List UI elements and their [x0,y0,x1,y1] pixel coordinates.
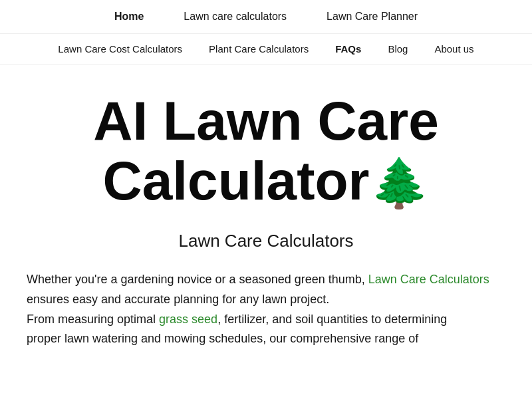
primary-navigation: Home Lawn care calculators Lawn Care Pla… [0,0,532,34]
hero-title-line1: AI Lawn Care [93,90,438,151]
description-line2-end: , fertilizer, and soil quantities to det… [217,313,447,326]
link-lawn-care-calculators[interactable]: Lawn Care Calculators [368,273,489,286]
nav-home[interactable]: Home [114,11,144,23]
hero-title-line2: Calculator [103,150,370,211]
main-content: AI Lawn Care Calculator🌲 Lawn Care Calcu… [0,65,532,362]
hero-title: AI Lawn Care Calculator🌲 [27,91,505,211]
nav-faqs[interactable]: FAQs [335,43,361,55]
nav-cost-calculators[interactable]: Lawn Care Cost Calculators [58,43,182,55]
description-line2-start: From measuring optimal [27,313,159,326]
tree-emoji: 🌲 [370,156,430,209]
nav-about-us[interactable]: About us [434,43,473,55]
nav-lawn-care-planner[interactable]: Lawn Care Planner [327,11,418,23]
nav-blog[interactable]: Blog [388,43,408,55]
secondary-navigation: Lawn Care Cost Calculators Plant Care Ca… [0,34,532,65]
description-line3: proper lawn watering and mowing schedule… [27,332,418,345]
link-grass-seed[interactable]: grass seed [159,313,217,326]
nav-plant-care[interactable]: Plant Care Calculators [209,43,309,55]
hero-subtitle: Lawn Care Calculators [27,231,505,251]
description-intro: Whether you're a gardening novice or a s… [27,273,365,286]
hero-description: Whether you're a gardening novice or a s… [27,270,505,349]
nav-lawn-care-calculators[interactable]: Lawn care calculators [184,11,287,23]
description-middle1: ensures easy and accurate planning for a… [27,293,329,306]
